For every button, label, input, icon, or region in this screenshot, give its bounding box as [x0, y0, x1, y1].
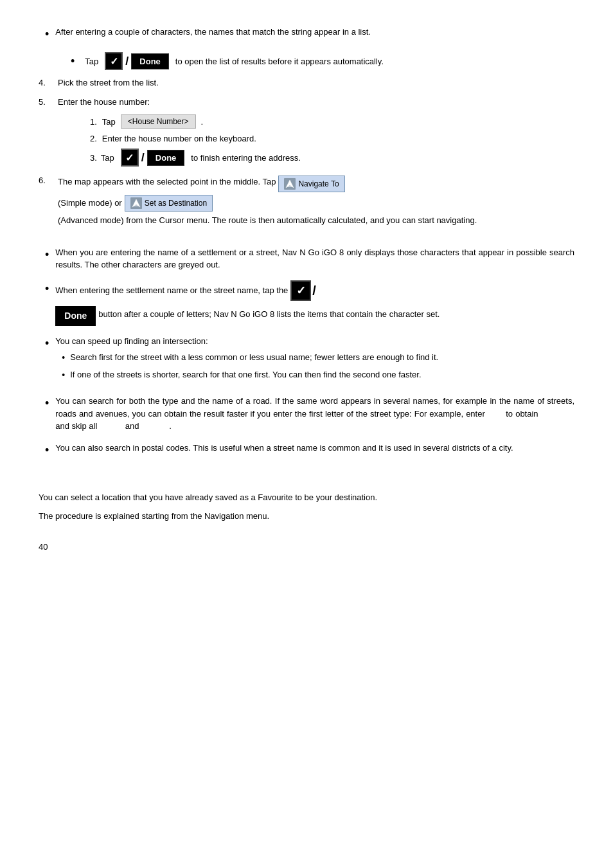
- done-large-button[interactable]: Done: [55, 306, 96, 326]
- step-6-block: 6. The map appears with the selected poi…: [39, 176, 574, 227]
- sub-step-1-row: 1. Tap <House Number> .: [90, 114, 574, 129]
- step-6-text3: (Advanced mode) from the Cursor menu. Th…: [58, 214, 477, 227]
- main-bullet-3-content: You can speed up finding an intersection…: [55, 335, 574, 386]
- main-bullet-4: • You can search for both the type and t…: [39, 395, 574, 433]
- slash-1: /: [125, 55, 129, 68]
- main-bullet-2: • When entering the settlement name or t…: [39, 280, 574, 326]
- house-number-button[interactable]: <House Number>: [121, 114, 196, 129]
- bullet-2-text-before: When entering the settlement name or the…: [55, 284, 288, 297]
- checkmark-done-btn-1: / Done: [105, 52, 169, 70]
- step-6-text: The map appears with the selected point …: [58, 176, 276, 188]
- sub-step-3-num: 3.: [90, 153, 97, 163]
- sub-step-1-dot: .: [201, 117, 204, 127]
- tap-label-1: Tap: [85, 57, 98, 66]
- sub-bullet-dot-1: •: [62, 351, 65, 365]
- sub-bullet-2-text: If one of the streets is shorter, search…: [70, 368, 421, 381]
- bullet-2-line1: When entering the settlement name or the…: [55, 280, 574, 301]
- main-bullet-5: • You can also search in postal codes. T…: [39, 442, 574, 459]
- bullet-dot-2: •: [71, 53, 75, 70]
- step-6-num: 6.: [39, 176, 58, 185]
- checkmark-large-icon: [290, 280, 311, 301]
- checkmark-slash-inline: /: [290, 280, 316, 301]
- main-bullet-1: • When you are entering the name of a se…: [39, 246, 574, 271]
- set-as-dest-label: Set as Destination: [145, 197, 207, 209]
- slash-2: /: [141, 151, 145, 165]
- bullet-3-sub-2: • If one of the streets is shorter, sear…: [62, 368, 574, 382]
- sub-bullet-1-text: Search first for the street with a less …: [70, 351, 438, 364]
- main-bullet-5-text: You can also search in postal codes. Thi…: [55, 442, 574, 455]
- main-bullet-3: • You can speed up finding an intersecti…: [39, 335, 574, 386]
- main-bullet-dot-1: •: [45, 246, 49, 264]
- sub-step-1-tap: Tap: [102, 117, 116, 127]
- sub-step-3-row: 3. Tap / Done to finish entering the add…: [90, 149, 574, 167]
- step-6-text2: (Simple mode) or: [58, 197, 122, 210]
- step-5-row: 5. Enter the house number:: [39, 96, 574, 109]
- main-bullet-dot-3: •: [45, 335, 49, 352]
- tap-done-text-1: to open the list of results before it ap…: [175, 57, 384, 66]
- page-content: • After entering a couple of characters,…: [39, 26, 574, 552]
- main-bullet-dot-2: •: [45, 280, 49, 298]
- done-button-1[interactable]: Done: [131, 53, 169, 69]
- navigate-to-button[interactable]: Navigate To: [278, 176, 344, 192]
- main-bullet-4-text: You can search for both the type and the…: [55, 395, 574, 433]
- bottom-para-1: You can select a location that you have …: [39, 491, 574, 504]
- step-6-content: The map appears with the selected point …: [58, 176, 574, 192]
- checkmark-icon-2: [121, 149, 139, 167]
- step-5-text: Enter the house number:: [58, 96, 574, 109]
- bullet-3-title: You can speed up finding an intersection…: [55, 335, 574, 348]
- step-4-row: 4. Pick the street from the list.: [39, 77, 574, 89]
- step-5-num: 5.: [39, 96, 58, 107]
- navigate-to-icon: [284, 178, 296, 190]
- bullet-2-text-after: button after a couple of letters; Nav N …: [98, 308, 440, 321]
- navigate-to-label: Navigate To: [298, 178, 339, 190]
- bullet-3-sub-1: • Search first for the street with a les…: [62, 351, 574, 365]
- sub-step-2-row: 2. Enter the house number on the keyboar…: [90, 134, 574, 143]
- bullet-dot: •: [45, 26, 49, 43]
- step-4-text: Pick the street from the list.: [58, 77, 574, 89]
- bottom-para-2: The procedure is explained starting from…: [39, 510, 574, 523]
- bullet-2-line2: Done button after a couple of letters; N…: [55, 303, 574, 326]
- main-bullet-dot-4: •: [45, 395, 49, 412]
- checkmark-icon-1: [105, 52, 123, 70]
- step-4-num: 4.: [39, 77, 58, 87]
- bullet-after-entering: • After entering a couple of characters,…: [39, 26, 574, 43]
- set-dest-icon: [130, 197, 142, 209]
- sub-step-1-num: 1.: [90, 117, 97, 127]
- main-bullet-dot-5: •: [45, 442, 49, 459]
- done-button-2[interactable]: Done: [147, 150, 185, 166]
- checkmark-done-btn-2: / Done: [121, 149, 185, 167]
- bottom-section: You can select a location that you have …: [39, 491, 574, 523]
- slash-large: /: [312, 281, 316, 300]
- bullet-3-sublist: • Search first for the street with a les…: [55, 351, 574, 382]
- sub-step-2-num: 2.: [90, 134, 97, 143]
- sub-step-2-text: Enter the house number on the keyboard.: [102, 134, 256, 143]
- sub-step-3-tap: Tap: [101, 153, 114, 163]
- main-bullet-2-content: When entering the settlement name or the…: [55, 280, 574, 326]
- sub-bullet-dot-2: •: [62, 368, 65, 382]
- set-as-destination-button[interactable]: Set as Destination: [125, 195, 213, 212]
- step-6-row2: (Simple mode) or Set as Destination (Adv…: [58, 195, 574, 227]
- main-bullet-1-text: When you are entering the name of a sett…: [55, 246, 574, 271]
- tap-done-row-1: • Tap / Done to open the list of results…: [71, 52, 574, 70]
- sub-step-3-text: to finish entering the address.: [191, 153, 301, 163]
- bullet-after-entering-text: After entering a couple of characters, t…: [55, 26, 574, 39]
- step-6-row: 6. The map appears with the selected poi…: [39, 176, 574, 192]
- page-number: 40: [39, 542, 574, 552]
